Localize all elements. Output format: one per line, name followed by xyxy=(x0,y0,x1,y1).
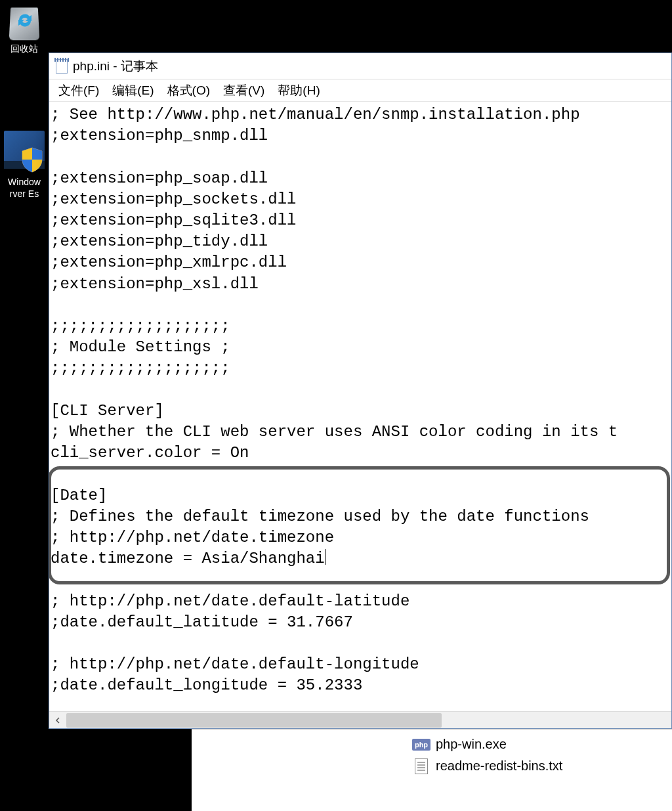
file-name: readme-redist-bins.txt xyxy=(436,758,562,774)
desktop: 回收站 Window rver Es xyxy=(0,0,672,811)
recycle-bin-label: 回收站 xyxy=(0,43,49,55)
text-file-icon xyxy=(412,758,430,774)
menu-help[interactable]: 帮助(H) xyxy=(271,81,326,100)
notepad-icon xyxy=(54,58,69,75)
menubar: 文件(F) 编辑(E) 格式(O) 查看(V) 帮助(H) xyxy=(49,79,671,102)
list-item[interactable]: readme-redist-bins.txt xyxy=(412,755,665,777)
desktop-icon-server[interactable]: Window rver Es xyxy=(0,128,49,200)
scroll-left-arrow-icon[interactable] xyxy=(49,712,66,728)
file-name: php-win.exe xyxy=(436,737,507,752)
scrollbar-track[interactable] xyxy=(66,712,671,728)
list-item[interactable]: php php-win.exe xyxy=(412,734,665,755)
recycle-bin-icon xyxy=(6,1,43,41)
desktop-icon-recycle-bin[interactable]: 回收站 xyxy=(0,1,49,55)
php-exe-icon: php xyxy=(412,737,430,753)
scrollbar-thumb[interactable] xyxy=(66,713,442,728)
explorer-file-list: php php-win.exe readme-redist-bins.txt xyxy=(192,729,672,811)
horizontal-scrollbar[interactable] xyxy=(49,711,671,728)
text-caret xyxy=(325,549,326,565)
editor-wrap: ; See http://www.php.net/manual/en/snmp.… xyxy=(49,102,671,728)
menu-view[interactable]: 查看(V) xyxy=(217,81,271,100)
menu-edit[interactable]: 编辑(E) xyxy=(106,81,160,100)
titlebar[interactable]: php.ini - 记事本 xyxy=(49,53,671,79)
server-icon-label: Window rver Es xyxy=(0,177,49,200)
server-manager-icon xyxy=(3,129,46,173)
window-title: php.ini - 记事本 xyxy=(73,58,158,75)
menu-file[interactable]: 文件(F) xyxy=(52,81,106,100)
text-editor[interactable]: ; See http://www.php.net/manual/en/snmp.… xyxy=(49,102,671,711)
menu-format[interactable]: 格式(O) xyxy=(161,81,217,100)
notepad-window: php.ini - 记事本 文件(F) 编辑(E) 格式(O) 查看(V) 帮助… xyxy=(49,53,672,729)
